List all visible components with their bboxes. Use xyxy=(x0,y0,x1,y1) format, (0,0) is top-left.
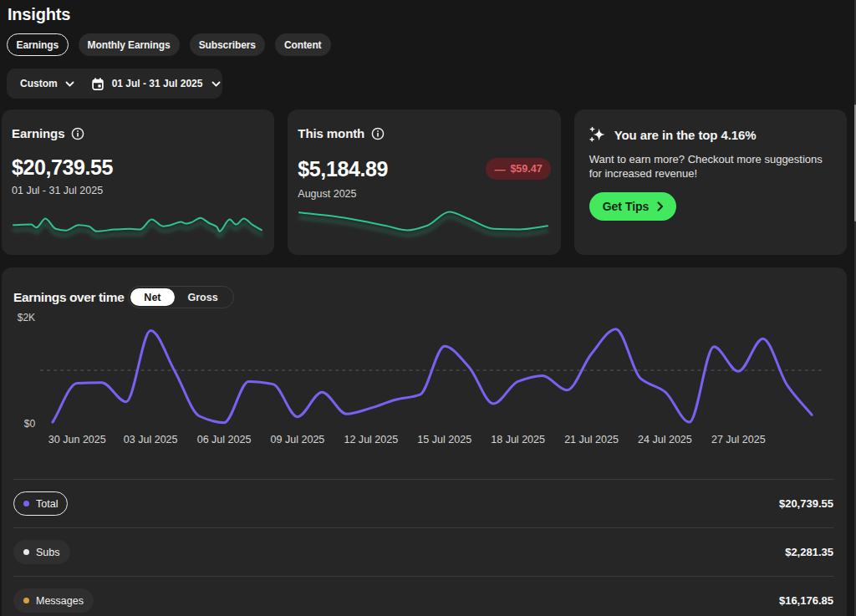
legend-label-subs: Subs xyxy=(36,547,60,558)
toggle-net[interactable]: Net xyxy=(130,288,174,306)
svg-text:03 Jul 2025: 03 Jul 2025 xyxy=(124,434,178,445)
earnings-sparkline xyxy=(12,209,264,242)
legend-row-total: Total $20,739.55 xyxy=(13,479,833,527)
this-month-amount: $5,184.89 xyxy=(298,160,388,178)
earnings-period: 01 Jul - 31 Jul 2025 xyxy=(12,185,264,196)
tips-title: You are in the top 4.16% xyxy=(614,128,757,142)
total-dot-icon xyxy=(23,501,29,507)
this-month-card-title: This month xyxy=(298,126,364,140)
legend-pill-subs[interactable]: Subs xyxy=(13,540,70,564)
earnings-over-time-title: Earnings over time xyxy=(13,290,124,305)
period-preset-label: Custom xyxy=(20,78,58,89)
svg-text:24 Jul 2025: 24 Jul 2025 xyxy=(638,434,692,445)
legend-pill-messages[interactable]: Messages xyxy=(13,588,94,613)
earnings-amount: $20,739.55 xyxy=(12,158,113,176)
earnings-line-chart: $2K$030 Jun 202503 Jul 202506 Jul 202509… xyxy=(2,308,847,455)
tips-body: Want to earn more? Checkout more suggest… xyxy=(589,153,837,181)
this-month-period: August 2025 xyxy=(298,188,550,200)
delta-amount: $59.47 xyxy=(510,163,542,175)
insights-tabs: Earnings Monthly Earnings Subscribers Co… xyxy=(7,33,847,56)
this-month-sparkline xyxy=(298,209,550,242)
stat-cards-row: Earnings $20,739.55 01 Jul - 31 Jul 2025… xyxy=(2,109,847,255)
tab-monthly-earnings[interactable]: Monthly Earnings xyxy=(79,33,180,56)
earnings-over-time-card: Earnings over time Net Gross $2K$030 Jun… xyxy=(2,267,847,616)
earnings-card-title: Earnings xyxy=(12,126,64,140)
legend-value-subs: $2,281.35 xyxy=(785,546,833,558)
chevron-down-icon xyxy=(65,81,74,87)
legend-value-total: $20,739.55 xyxy=(779,497,833,510)
date-filter-bar: Custom 01 Jul - 31 Jul 2025 xyxy=(7,69,222,99)
info-icon[interactable] xyxy=(371,127,385,140)
svg-text:21 Jul 2025: 21 Jul 2025 xyxy=(564,434,619,445)
subs-dot-icon xyxy=(23,549,29,555)
svg-text:$0: $0 xyxy=(24,419,36,430)
page-title: Insights xyxy=(8,5,847,23)
chart-legend: Total $20,739.55 Subs $2,281.35 Messages… xyxy=(13,479,833,616)
svg-text:27 Jul 2025: 27 Jul 2025 xyxy=(711,434,766,445)
get-tips-label: Get Tips xyxy=(603,200,650,213)
svg-text:09 Jul 2025: 09 Jul 2025 xyxy=(271,434,325,445)
svg-text:18 Jul 2025: 18 Jul 2025 xyxy=(491,434,545,445)
date-range-label: 01 Jul - 31 Jul 2025 xyxy=(112,78,203,89)
legend-pill-total[interactable]: Total xyxy=(13,491,68,516)
chevron-right-icon xyxy=(657,201,664,211)
sparkle-icon xyxy=(589,126,606,143)
chevron-down-icon xyxy=(211,81,221,87)
earnings-card: Earnings $20,739.55 01 Jul - 31 Jul 2025 xyxy=(2,109,274,255)
legend-value-messages: $16,176.85 xyxy=(779,594,833,607)
period-preset-select[interactable]: Custom xyxy=(20,78,74,89)
legend-label-total: Total xyxy=(36,498,58,510)
net-gross-toggle: Net Gross xyxy=(128,286,233,308)
get-tips-button[interactable]: Get Tips xyxy=(589,192,677,221)
tips-card: You are in the top 4.16% Want to earn mo… xyxy=(574,109,847,255)
legend-row-subs: Subs $2,281.35 xyxy=(13,527,833,576)
tab-earnings[interactable]: Earnings xyxy=(7,33,69,56)
tab-subscribers[interactable]: Subscribers xyxy=(190,33,265,56)
tab-content[interactable]: Content xyxy=(275,33,331,56)
date-range-select[interactable]: 01 Jul - 31 Jul 2025 xyxy=(91,77,222,91)
minus-icon: — xyxy=(494,163,505,176)
svg-text:12 Jul 2025: 12 Jul 2025 xyxy=(344,434,398,445)
toggle-gross[interactable]: Gross xyxy=(175,288,232,306)
this-month-card: This month $5,184.89 — $59.47 August 202… xyxy=(288,109,560,255)
svg-text:30 Jun 2025: 30 Jun 2025 xyxy=(48,434,106,445)
legend-label-messages: Messages xyxy=(36,595,84,607)
svg-text:$2K: $2K xyxy=(18,312,35,323)
svg-text:15 Jul 2025: 15 Jul 2025 xyxy=(417,434,471,445)
info-icon[interactable] xyxy=(71,127,84,140)
insights-page: Insights Earnings Monthly Earnings Subsc… xyxy=(2,5,847,616)
calendar-icon xyxy=(91,77,104,91)
negative-delta-badge: — $59.47 xyxy=(486,158,550,180)
messages-dot-icon xyxy=(23,598,29,603)
svg-text:06 Jul 2025: 06 Jul 2025 xyxy=(197,434,252,445)
legend-row-messages: Messages $16,176.85 xyxy=(13,576,833,616)
